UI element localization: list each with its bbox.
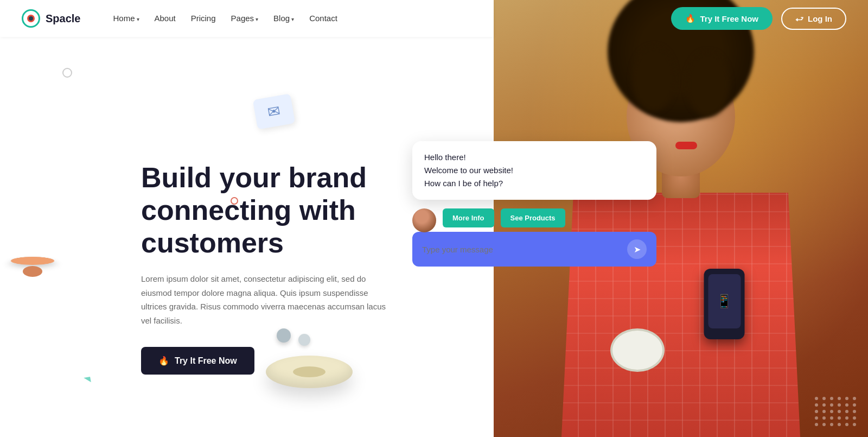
bottom-3d-decoration — [266, 356, 353, 421]
email-icon: ✉ — [266, 102, 282, 121]
hero-content: Build your brand connecting with custome… — [141, 162, 401, 375]
navbar: Spacle Home▾ About Pricing Pages▾ Blog▾ — [0, 0, 494, 37]
nav-item-blog[interactable]: Blog▾ — [273, 14, 294, 23]
logo[interactable]: Spacle — [22, 9, 80, 28]
deco-dot-2 — [298, 334, 310, 346]
nav-link-contact[interactable]: Contact — [309, 14, 337, 23]
nav-link-pages[interactable]: Pages▾ — [231, 14, 259, 23]
login-icon: ⮐ — [795, 14, 803, 23]
chat-bubble: Hello there! Welcome to our website! How… — [412, 141, 656, 200]
fire-icon-hero: 🔥 — [158, 356, 169, 366]
chat-send-button[interactable]: ➤ — [627, 239, 647, 259]
send-icon: ➤ — [634, 244, 641, 255]
nav-arrow-blog: ▾ — [291, 16, 294, 22]
dots-decoration — [815, 397, 857, 426]
deco-circle — [62, 68, 72, 78]
more-info-button[interactable]: More Info — [443, 208, 494, 227]
see-products-button[interactable]: See Products — [501, 208, 565, 227]
chat-widget: Hello there! Welcome to our website! How… — [412, 141, 656, 267]
deco-ring-3d — [266, 356, 353, 388]
chat-message-input[interactable] — [422, 245, 627, 254]
try-free-button[interactable]: 🔥 Try It Free Now — [671, 7, 773, 30]
nav-link-pricing[interactable]: Pricing — [191, 14, 216, 23]
nav-item-pricing[interactable]: Pricing — [191, 14, 216, 23]
nav-item-about[interactable]: About — [155, 14, 176, 23]
nav-arrow-home: ▾ — [137, 16, 139, 22]
nav-link-home[interactable]: Home▾ — [113, 14, 139, 23]
nav-item-contact[interactable]: Contact — [309, 14, 337, 23]
float-email-icon: ✉ — [253, 93, 295, 129]
nav-link-blog[interactable]: Blog▾ — [273, 14, 294, 23]
nav-item-home[interactable]: Home▾ — [113, 14, 139, 23]
hero-description: Lorem ipsum dolor sit amet, consectetur … — [141, 272, 396, 327]
brand-name: Spacle — [46, 12, 80, 25]
deco-dot-1 — [277, 328, 291, 343]
hero-cta-button[interactable]: 🔥 Try It Free Now — [141, 347, 254, 375]
deco-triangle — [84, 377, 91, 383]
chat-bubble-text: Hello there! Welcome to our website! How… — [424, 151, 644, 190]
nav-item-pages[interactable]: Pages▾ — [231, 14, 259, 23]
logo-icon — [22, 9, 40, 28]
nav-link-about[interactable]: About — [155, 14, 176, 23]
nav-arrow-pages: ▾ — [256, 16, 258, 22]
login-button[interactable]: ⮐ Log In — [781, 8, 846, 30]
header-actions: 🔥 Try It Free Now ⮐ Log In — [494, 0, 868, 37]
deco-ring-left — [9, 257, 56, 265]
hero-title: Build your brand connecting with custome… — [141, 162, 401, 259]
chat-input-row: ➤ — [412, 232, 656, 267]
avatar-image — [412, 208, 436, 232]
chat-actions-row: More Info See Products — [412, 208, 656, 227]
nav-links: Home▾ About Pricing Pages▾ Blog▾ Contact — [113, 14, 337, 23]
fire-icon: 🔥 — [685, 14, 695, 23]
chat-avatar — [412, 208, 436, 232]
deco-ring-stem — [23, 266, 42, 277]
